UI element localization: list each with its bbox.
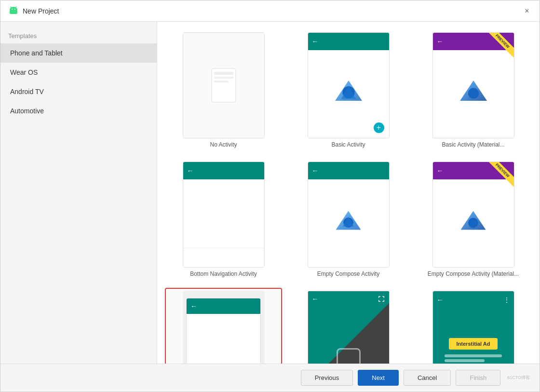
- template-no-activity-thumb: [183, 32, 265, 138]
- sidebar-item-phone-tablet[interactable]: Phone and Tablet: [0, 43, 157, 63]
- template-fullscreen-thumb: ←: [308, 291, 390, 364]
- template-basic-activity-label: Basic Activity: [331, 141, 365, 148]
- svg-point-2: [12, 9, 13, 10]
- template-admob-thumb: ← ⋮ Interstitial Ad: [432, 291, 514, 364]
- close-button[interactable]: ×: [522, 6, 532, 16]
- back-arrow-compose-icon: ←: [312, 167, 319, 175]
- finish-button[interactable]: Finish: [456, 370, 500, 386]
- template-admob[interactable]: ← ⋮ Interstitial Ad Google AdMo: [415, 288, 532, 364]
- back-arrow-bottom-nav-icon: ←: [187, 167, 194, 175]
- svg-point-14: [468, 88, 478, 98]
- templates-main: No Activity ←: [157, 22, 540, 364]
- preview-badge: PREVIEW: [485, 33, 514, 62]
- template-no-activity-label: No Activity: [210, 141, 237, 148]
- back-arrow-material-icon: ←: [437, 38, 444, 45]
- svg-point-19: [468, 217, 478, 228]
- svg-rect-1: [10, 10, 17, 14]
- back-arrow-compose-mat-icon: ←: [437, 167, 444, 175]
- interstitial-ad-banner: Interstitial Ad: [449, 338, 498, 350]
- sidebar-item-android-tv[interactable]: Android TV: [0, 82, 157, 101]
- template-empty-compose-material[interactable]: ←: [415, 159, 532, 280]
- template-basic-activity[interactable]: ←: [290, 29, 407, 151]
- svg-point-3: [14, 9, 15, 10]
- template-empty-compose-label: Empty Compose Activity: [317, 270, 379, 277]
- template-no-activity[interactable]: No Activity: [165, 29, 282, 151]
- back-arrow-icon: ←: [312, 38, 319, 45]
- sidebar-item-automotive[interactable]: Automotive: [0, 101, 157, 121]
- template-empty-activity[interactable]: ← Empty Activity: [165, 288, 282, 364]
- android-icon: [8, 6, 19, 16]
- template-empty-compose-material-label: Empty Compose Activity (Material...: [428, 270, 519, 277]
- content-area: Templates Phone and Tablet Wear OS Andro…: [0, 22, 540, 364]
- template-empty-compose-thumb: ←: [308, 162, 390, 268]
- preview-badge-2: PREVIEW: [485, 162, 514, 191]
- template-basic-activity-thumb: ←: [308, 32, 390, 138]
- template-empty-compose[interactable]: ←: [290, 159, 407, 280]
- template-bottom-nav[interactable]: ← Bottom Navigation Activity: [165, 159, 282, 280]
- next-button[interactable]: Next: [358, 370, 399, 386]
- watermark: 61CTO博客: [507, 375, 530, 381]
- bottom-buttons: Previous Next Cancel Finish 61CTO博客: [0, 364, 540, 392]
- template-basic-activity-material-label: Basic Activity (Material...: [442, 141, 504, 148]
- template-bottom-nav-thumb: ←: [183, 162, 265, 268]
- svg-line-4: [11, 7, 12, 8]
- template-basic-activity-material-thumb: ←: [432, 32, 514, 138]
- sidebar-header: Templates: [0, 27, 157, 43]
- title-bar-left: New Project: [8, 6, 59, 16]
- title-bar: New Project ×: [0, 0, 540, 22]
- sidebar-item-wear-os[interactable]: Wear OS: [0, 63, 157, 82]
- cancel-button[interactable]: Cancel: [404, 370, 451, 386]
- previous-button[interactable]: Previous: [301, 370, 353, 386]
- templates-grid: No Activity ←: [165, 29, 532, 364]
- template-bottom-nav-label: Bottom Navigation Activity: [190, 270, 257, 277]
- sidebar: Templates Phone and Tablet Wear OS Andro…: [0, 22, 157, 364]
- new-project-dialog: New Project × Templates Phone and Tablet…: [0, 0, 540, 392]
- bottom-nav-bar: [183, 248, 264, 267]
- dialog-title: New Project: [23, 7, 59, 15]
- svg-rect-9: [214, 81, 229, 82]
- svg-rect-7: [214, 72, 233, 75]
- template-empty-compose-material-thumb: ←: [432, 162, 514, 268]
- svg-line-5: [15, 7, 16, 8]
- template-fullscreen[interactable]: ← Fullscreen Activity: [290, 288, 407, 364]
- svg-rect-8: [214, 77, 233, 79]
- template-basic-activity-material[interactable]: ←: [415, 29, 532, 151]
